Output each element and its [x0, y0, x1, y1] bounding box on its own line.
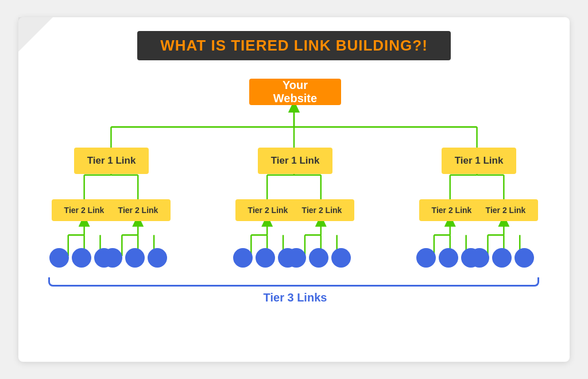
tier3-circle: [331, 248, 351, 268]
tier3-circle: [103, 248, 122, 268]
title-bar: WHAT IS TIERED LINK BUILDING?!: [137, 31, 451, 60]
tier2-l1-label: Tier 2 Link: [64, 206, 105, 215]
tier2-l2-label: Tier 2 Link: [118, 206, 158, 215]
tier2-m2: Tier 2 Link: [289, 199, 354, 221]
tier2-r2: Tier 2 Link: [473, 199, 538, 221]
tier3-label-container: Tier 3 Links: [37, 291, 554, 304]
tier3-circle: [256, 248, 275, 268]
main-title: WHAT IS TIERED LINK BUILDING?!: [160, 37, 428, 54]
corner-decoration: [18, 17, 53, 52]
tier1-left: Tier 1 Link: [74, 148, 149, 174]
website-node: Your Website: [249, 79, 341, 105]
diagram: Your Website Tier 1 Link Tier 1 Link Tie…: [37, 73, 551, 337]
tier3-bracket: [48, 277, 539, 287]
tier3-circle: [309, 248, 328, 268]
tier1-middle: Tier 1 Link: [258, 148, 332, 174]
tier1-right: Tier 1 Link: [442, 148, 516, 174]
tier3-circle: [287, 248, 306, 268]
tier3-circle: [233, 248, 253, 268]
tier3-circle: [72, 248, 91, 268]
tier3-circles-m2: [287, 248, 351, 268]
card: WHAT IS TIERED LINK BUILDING?!: [18, 17, 570, 362]
tier1-middle-label: Tier 1 Link: [271, 155, 320, 167]
tier3-circles-r2: [470, 248, 534, 268]
tier3-circle: [492, 248, 512, 268]
tier1-right-label: Tier 1 Link: [455, 155, 504, 167]
tier3-label: Tier 3 Links: [264, 291, 327, 304]
tier2-m1-label: Tier 2 Link: [248, 206, 288, 215]
tier3-circle: [416, 248, 436, 268]
tier3-circle: [148, 248, 167, 268]
tier2-r2-label: Tier 2 Link: [486, 206, 526, 215]
tier2-l2: Tier 2 Link: [106, 199, 171, 221]
tier1-left-label: Tier 1 Link: [87, 155, 136, 167]
website-label: Your Website: [270, 79, 320, 105]
tier3-circle: [514, 248, 534, 268]
tier3-circle: [49, 248, 69, 268]
tier2-r1-label: Tier 2 Link: [432, 206, 472, 215]
tier2-m2-label: Tier 2 Link: [302, 206, 342, 215]
tier3-circles-l2: [103, 248, 167, 268]
tier3-circle: [470, 248, 489, 268]
tier3-circle: [439, 248, 458, 268]
tier3-circle: [125, 248, 145, 268]
